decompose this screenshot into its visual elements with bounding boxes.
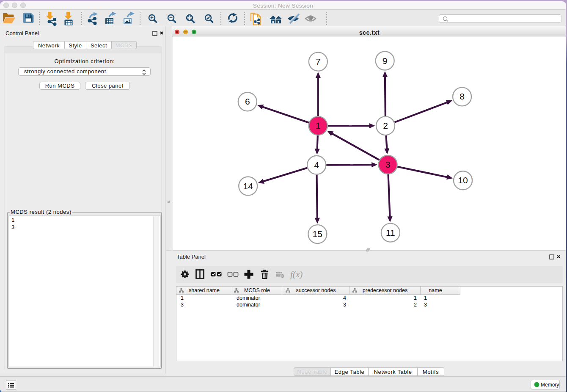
- svg-text:4: 4: [314, 160, 319, 170]
- svg-text:3: 3: [385, 160, 391, 169]
- svg-text:11: 11: [386, 228, 395, 237]
- svg-text:10: 10: [458, 175, 468, 185]
- svg-text:2: 2: [383, 121, 388, 130]
- svg-text:8: 8: [460, 91, 465, 101]
- svg-text:9: 9: [383, 56, 388, 66]
- svg-text:f(x): f(x): [290, 269, 303, 279]
- svg-text:1: 1: [316, 121, 321, 130]
- svg-text:7: 7: [316, 57, 321, 66]
- svg-text:6: 6: [245, 97, 250, 106]
- svg-text:14: 14: [243, 181, 253, 191]
- svg-text:15: 15: [313, 229, 322, 239]
